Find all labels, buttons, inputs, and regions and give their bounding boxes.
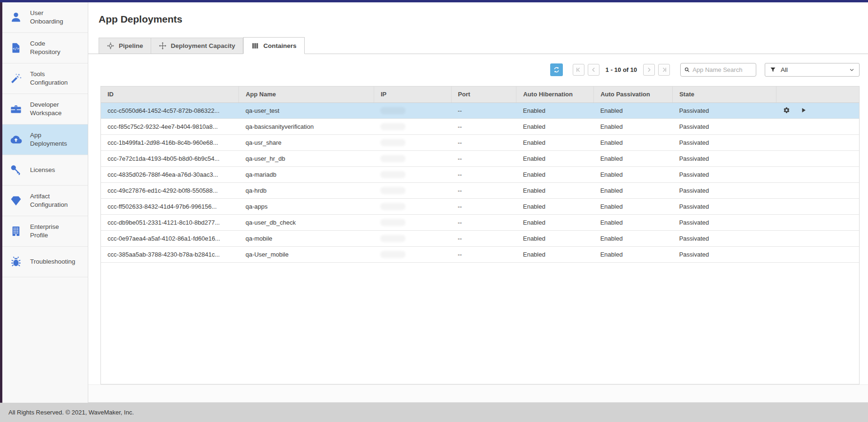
- cell-auto-hibernation: Enabled: [516, 166, 594, 182]
- column-header-app-name[interactable]: App Name: [239, 86, 374, 102]
- prev-page-button[interactable]: [588, 64, 599, 76]
- table-row[interactable]: ccc-0e97aea4-a5af-4102-86a1-fd60e16...qa…: [101, 230, 859, 246]
- cell-port: --: [451, 198, 516, 214]
- sidebar-item-tools-configuration[interactable]: Tools Configuration: [2, 63, 88, 94]
- cell-id: ccc-0e97aea4-a5af-4102-86a1-fd60e16...: [101, 230, 239, 246]
- column-header-auto-hibernation[interactable]: Auto Hibernation: [516, 86, 594, 102]
- cell-app-name: qa-apps: [239, 198, 374, 214]
- cell-auto-hibernation: Enabled: [516, 214, 594, 230]
- cell-auto-passivation: Enabled: [594, 118, 673, 134]
- cell-id: ccc-385aa5ab-3788-4230-b78a-b2841c...: [101, 246, 239, 262]
- column-header-id[interactable]: ID: [101, 86, 239, 102]
- first-page-button[interactable]: [573, 64, 584, 76]
- redacted-ip-value: [380, 251, 406, 258]
- refresh-icon: [553, 66, 560, 73]
- tab-pipeline[interactable]: Pipeline: [99, 38, 151, 54]
- cell-app-name: qa-user_db_check: [239, 214, 374, 230]
- cell-ip: [374, 246, 451, 262]
- app-name-search-box: [680, 63, 756, 77]
- cell-ip: [374, 230, 451, 246]
- table-row[interactable]: ccc-4835d026-788f-46ea-a76d-30aac3...qa-…: [101, 166, 859, 182]
- search-input[interactable]: [692, 66, 753, 73]
- cell-state: Passivated: [673, 166, 776, 182]
- sidebar-item-user-onboarding[interactable]: User Onboarding: [2, 2, 88, 33]
- briefcase-icon: [10, 103, 22, 115]
- sidebar-item-licenses[interactable]: Licenses: [2, 155, 88, 186]
- table-row[interactable]: ccc-ff502633-8432-41d4-97b6-996156...qa-…: [101, 198, 859, 214]
- column-header-state[interactable]: State: [673, 86, 776, 102]
- table-row[interactable]: ccc-7e72c1da-4193-4b05-b8d0-6b9c54...qa-…: [101, 150, 859, 166]
- tab-containers[interactable]: Containers: [243, 37, 305, 54]
- cell-port: --: [451, 230, 516, 246]
- sidebar-item-artifact-configuration[interactable]: Artifact Configuration: [2, 186, 88, 216]
- chevron-down-icon: [848, 66, 855, 73]
- cell-auto-passivation: Enabled: [594, 182, 673, 198]
- sidebar-item-label: App Deployments: [30, 131, 75, 148]
- cell-auto-passivation: Enabled: [594, 246, 673, 262]
- cell-id: ccc-7e72c1da-4193-4b05-b8d0-6b9c54...: [101, 150, 239, 166]
- cell-app-name: qa-user_hr_db: [239, 150, 374, 166]
- table-row[interactable]: ccc-f85c75c2-9232-4ee7-b404-9810a8...qa-…: [101, 118, 859, 134]
- sidebar-item-app-deployments[interactable]: App Deployments: [2, 125, 88, 155]
- containers-table-container: IDApp NameIPPortAuto HibernationAuto Pas…: [100, 86, 860, 384]
- chevron-right-icon: [645, 66, 653, 73]
- redacted-ip-value: [380, 203, 406, 210]
- page-title: App Deployments: [99, 14, 868, 25]
- redacted-ip-value: [380, 219, 406, 226]
- cell-port: --: [451, 166, 516, 182]
- bug-icon: [10, 256, 22, 268]
- play-icon: [800, 107, 807, 114]
- row-actions: [783, 107, 857, 115]
- row-run-button[interactable]: [800, 107, 808, 115]
- cell-ip: [374, 182, 451, 198]
- table-row[interactable]: ccc-db9be051-2331-4121-8c10-8bd277...qa-…: [101, 214, 859, 230]
- cell-id: ccc-1b499fa1-2d98-416b-8c4b-960e68...: [101, 134, 239, 150]
- table-row[interactable]: ccc-49c27876-ed1c-4292-b0f8-550588...qa-…: [101, 182, 859, 198]
- cell-auto-hibernation: Enabled: [516, 134, 594, 150]
- tab-deployment-capacity[interactable]: Deployment Capacity: [151, 38, 243, 54]
- sidebar-item-code-repository[interactable]: </>Code Repository: [2, 33, 88, 63]
- last-page-button[interactable]: [658, 64, 670, 76]
- cell-state: Passivated: [673, 102, 776, 118]
- cell-ip: [374, 214, 451, 230]
- cell-ip: [374, 118, 451, 134]
- columns-icon: [251, 42, 259, 50]
- table-row[interactable]: ccc-385aa5ab-3788-4230-b78a-b2841c...qa-…: [101, 246, 859, 262]
- sidebar-item-developer-workspace[interactable]: Developer Workspace: [2, 94, 88, 125]
- sidebar-item-label: Artifact Configuration: [30, 192, 75, 209]
- code-file-icon: </>: [10, 42, 22, 54]
- sidebar-item-troubleshooting[interactable]: Troubleshooting: [2, 247, 88, 277]
- search-icon: [684, 66, 690, 73]
- sidebar-item-enterprise-profile[interactable]: Enterprise Profile: [2, 216, 88, 247]
- column-header-auto-passivation[interactable]: Auto Passivation: [594, 86, 673, 102]
- cell-auto-hibernation: Enabled: [516, 102, 594, 118]
- filter-selected-value: All: [781, 66, 788, 73]
- cell-auto-hibernation: Enabled: [516, 182, 594, 198]
- cell-id: ccc-ff502633-8432-41d4-97b6-996156...: [101, 198, 239, 214]
- filter-dropdown[interactable]: All: [765, 63, 860, 77]
- cell-app-name: qa-mobile: [239, 230, 374, 246]
- cell-actions: [776, 230, 859, 246]
- cell-id: ccc-4835d026-788f-46ea-a76d-30aac3...: [101, 166, 239, 182]
- next-page-button[interactable]: [643, 64, 655, 76]
- cell-auto-hibernation: Enabled: [516, 198, 594, 214]
- cell-auto-hibernation: Enabled: [516, 230, 594, 246]
- column-header-ip[interactable]: IP: [374, 86, 451, 102]
- cell-actions: [776, 102, 859, 118]
- svg-text:</>: </>: [13, 47, 19, 51]
- cell-state: Passivated: [673, 118, 776, 134]
- row-settings-button[interactable]: [783, 107, 791, 115]
- cell-actions: [776, 214, 859, 230]
- sidebar-nav: User Onboarding</>Code RepositoryTools C…: [2, 2, 88, 277]
- cell-app-name: qa-mariadb: [239, 166, 374, 182]
- tab-label: Deployment Capacity: [171, 42, 235, 49]
- redacted-ip-value: [380, 123, 406, 130]
- column-header-port[interactable]: Port: [451, 86, 516, 102]
- refresh-button[interactable]: [550, 63, 563, 76]
- cell-ip: [374, 198, 451, 214]
- table-row[interactable]: ccc-1b499fa1-2d98-416b-8c4b-960e68...qa-…: [101, 134, 859, 150]
- cell-ip: [374, 150, 451, 166]
- page-range-text: 1 - 10 of 10: [606, 66, 637, 73]
- cell-port: --: [451, 182, 516, 198]
- table-row[interactable]: ccc-c5050d64-1452-4c57-872b-086322...qa-…: [101, 102, 859, 118]
